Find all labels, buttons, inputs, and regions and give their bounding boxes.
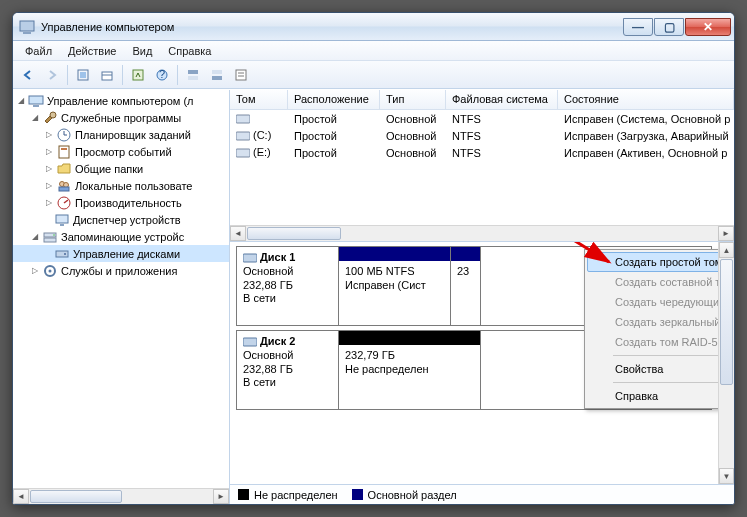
- refresh-button[interactable]: [127, 64, 149, 86]
- collapse-icon[interactable]: ◢: [29, 231, 40, 242]
- tree-scheduler[interactable]: ▷ Планировщик заданий: [13, 126, 229, 143]
- close-button[interactable]: ✕: [685, 18, 731, 36]
- partition-unallocated[interactable]: 232,79 ГБ Не распределен: [339, 331, 481, 409]
- menu-help[interactable]: Справка: [587, 386, 718, 406]
- back-button[interactable]: [17, 64, 39, 86]
- menu-properties[interactable]: Свойства: [587, 359, 718, 379]
- window-title: Управление компьютером: [41, 21, 623, 33]
- tree-eventvwr[interactable]: ▷ Просмотр событий: [13, 143, 229, 160]
- forward-button[interactable]: [41, 64, 63, 86]
- svg-point-35: [64, 253, 66, 255]
- scroll-track[interactable]: [29, 489, 213, 504]
- menu-separator: [613, 382, 718, 383]
- toolbar-separator: [177, 65, 178, 85]
- scroll-thumb[interactable]: [30, 490, 122, 503]
- expand-icon[interactable]: ▷: [43, 163, 54, 174]
- scroll-track[interactable]: [246, 226, 718, 241]
- col-type[interactable]: Тип: [380, 90, 446, 109]
- tree-hscrollbar[interactable]: ◄ ►: [13, 488, 229, 504]
- disk-row-1[interactable]: Диск 1 Основной 232,88 ГБ В сети 100 МБ …: [236, 246, 712, 326]
- svg-rect-17: [33, 105, 39, 107]
- properties-button[interactable]: [96, 64, 118, 86]
- tree-shared[interactable]: ▷ Общие папки: [13, 160, 229, 177]
- titlebar[interactable]: Управление компьютером — ▢ ✕: [13, 13, 734, 41]
- volume-row[interactable]: Простой Основной NTFS Исправен (Система,…: [230, 110, 734, 127]
- legend-swatch: [238, 489, 249, 500]
- svg-rect-13: [236, 70, 246, 80]
- menu-file[interactable]: Файл: [17, 43, 60, 59]
- expand-icon[interactable]: ▷: [29, 265, 40, 276]
- menu-new-spanned-volume: Создать составной том...: [587, 272, 718, 292]
- col-fs[interactable]: Файловая система: [446, 90, 558, 109]
- col-status[interactable]: Состояние: [558, 90, 734, 109]
- menu-view[interactable]: Вид: [124, 43, 160, 59]
- svg-text:?: ?: [159, 68, 165, 80]
- partition-bar: [451, 247, 480, 261]
- menu-new-simple-volume[interactable]: Создать простой том...: [587, 252, 718, 272]
- maximize-button[interactable]: ▢: [654, 18, 684, 36]
- partition[interactable]: 100 МБ NTFS Исправен (Сист: [339, 247, 451, 325]
- scroll-left-icon[interactable]: ◄: [13, 489, 29, 504]
- minimize-button[interactable]: —: [623, 18, 653, 36]
- tree-pane: ◢ Управление компьютером (л ◢ Служебные …: [13, 90, 230, 504]
- up-button[interactable]: [72, 64, 94, 86]
- scroll-right-icon[interactable]: ►: [718, 226, 734, 241]
- storage-icon: [42, 229, 58, 245]
- menu-action[interactable]: Действие: [60, 43, 124, 59]
- tools-icon: [42, 110, 58, 126]
- partition[interactable]: 23: [451, 247, 481, 325]
- expand-icon[interactable]: ▷: [43, 180, 54, 191]
- help-button[interactable]: ?: [151, 64, 173, 86]
- partition-bar: [339, 247, 450, 261]
- drive-icon: [236, 113, 250, 125]
- disk-graphical-view: Диск 1 Основной 232,88 ГБ В сети 100 МБ …: [230, 242, 734, 484]
- view-top-button[interactable]: [182, 64, 204, 86]
- tree-services[interactable]: ▷ Службы и приложения: [13, 262, 229, 279]
- scroll-up-icon[interactable]: ▲: [719, 242, 734, 258]
- scroll-right-icon[interactable]: ►: [213, 489, 229, 504]
- clock-icon: [56, 127, 72, 143]
- tree-label: Служебные программы: [61, 112, 181, 124]
- collapse-icon[interactable]: ◢: [29, 112, 40, 123]
- svg-rect-34: [56, 251, 68, 257]
- disk-info: Диск 1 Основной 232,88 ГБ В сети: [237, 247, 339, 325]
- disk-type: Основной: [243, 349, 332, 363]
- settings-button[interactable]: [230, 64, 252, 86]
- tree-root[interactable]: ◢ Управление компьютером (л: [13, 92, 229, 109]
- tree-diskmgmt[interactable]: Управление дисками: [13, 245, 229, 262]
- scroll-track[interactable]: [719, 258, 734, 468]
- col-layout[interactable]: Расположение: [288, 90, 380, 109]
- svg-rect-30: [60, 224, 64, 226]
- perf-icon: [56, 195, 72, 211]
- expand-icon[interactable]: ▷: [43, 129, 54, 140]
- tree-perf[interactable]: ▷ Производительность: [13, 194, 229, 211]
- scroll-thumb[interactable]: [247, 227, 341, 240]
- drive-icon: [236, 130, 250, 142]
- collapse-icon[interactable]: ◢: [15, 95, 26, 106]
- view-bottom-button[interactable]: [206, 64, 228, 86]
- menu-help[interactable]: Справка: [160, 43, 219, 59]
- volume-row[interactable]: (C:) Простой Основной NTFS Исправен (Заг…: [230, 127, 734, 144]
- scroll-thumb[interactable]: [720, 259, 733, 385]
- volume-row[interactable]: (E:) Простой Основной NTFS Исправен (Акт…: [230, 144, 734, 161]
- expand-icon[interactable]: ▷: [43, 197, 54, 208]
- tree-system-tools[interactable]: ◢ Служебные программы: [13, 109, 229, 126]
- tree-label: Диспетчер устройств: [73, 214, 181, 226]
- window-controls: — ▢ ✕: [623, 18, 732, 36]
- scroll-left-icon[interactable]: ◄: [230, 226, 246, 241]
- tree-users[interactable]: ▷ Локальные пользовате: [13, 177, 229, 194]
- svg-rect-43: [243, 338, 257, 346]
- col-volume[interactable]: Том: [230, 90, 288, 109]
- tree-label: Управление дисками: [73, 248, 180, 260]
- tree-storage[interactable]: ◢ Запоминающие устройс: [13, 228, 229, 245]
- menu-new-striped-volume: Создать чередующийся том...: [587, 292, 718, 312]
- scroll-down-icon[interactable]: ▼: [719, 468, 734, 484]
- expand-icon[interactable]: ▷: [43, 146, 54, 157]
- svg-rect-12: [212, 76, 222, 80]
- svg-rect-10: [188, 76, 198, 80]
- tree-devmgr[interactable]: Диспетчер устройств: [13, 211, 229, 228]
- grid-hscrollbar[interactable]: ◄ ►: [230, 225, 734, 241]
- disk-vscrollbar[interactable]: ▲ ▼: [718, 242, 734, 484]
- menu-separator: [613, 355, 718, 356]
- content-area: ◢ Управление компьютером (л ◢ Служебные …: [13, 89, 734, 504]
